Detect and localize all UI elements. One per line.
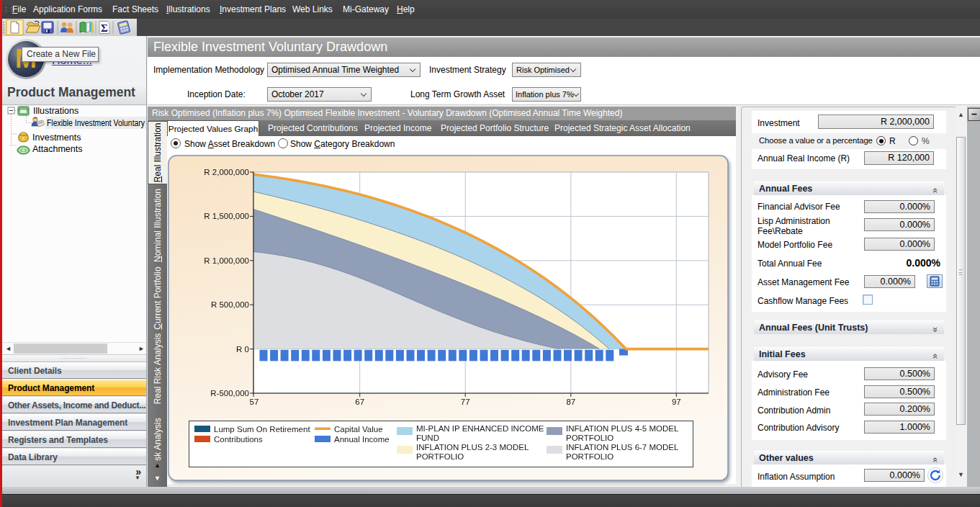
svg-text:INFLATION PLUS 6-7 MODEL: INFLATION PLUS 6-7 MODEL: [566, 443, 679, 452]
svg-text:R-500,000: R-500,000: [210, 389, 249, 398]
svg-text:INFLATION PLUS 4-5 MODEL: INFLATION PLUS 4-5 MODEL: [566, 424, 679, 433]
svg-text:R 2,000,000: R 2,000,000: [204, 168, 249, 176]
svg-text:Illustrations: Illustrations: [33, 106, 78, 116]
svg-text:R 500,000: R 500,000: [211, 300, 249, 309]
svg-text:MI-PLAN IP ENHANCED INCOME: MI-PLAN IP ENHANCED INCOME: [416, 424, 544, 433]
svg-text:87: 87: [566, 398, 575, 406]
svg-text:Attachments: Attachments: [32, 144, 82, 154]
svg-text:PORTFOLIO: PORTFOLIO: [416, 452, 464, 461]
svg-text:R 0: R 0: [236, 345, 249, 354]
svg-text:77: 77: [461, 398, 470, 406]
svg-text:PORTFOLIO: PORTFOLIO: [566, 452, 613, 461]
svg-text:Lump Sum On Retirement: Lump Sum On Retirement: [214, 425, 310, 434]
svg-text:FUND: FUND: [416, 434, 439, 442]
svg-text:Σ: Σ: [101, 22, 108, 34]
svg-text:R 1,500,000: R 1,500,000: [204, 212, 249, 220]
svg-text:PORTFOLIO: PORTFOLIO: [566, 434, 613, 442]
svg-text:Annual Income: Annual Income: [334, 435, 390, 444]
svg-text:Contributions: Contributions: [214, 435, 263, 444]
svg-text:97: 97: [672, 398, 681, 406]
svg-text:57: 57: [250, 398, 259, 406]
svg-text:Capital Value: Capital Value: [334, 425, 383, 434]
svg-text:INFLATION PLUS 2-3 MODEL: INFLATION PLUS 2-3 MODEL: [416, 443, 529, 452]
svg-text:Investments: Investments: [32, 133, 81, 143]
svg-text:R 1,000,000: R 1,000,000: [204, 256, 249, 265]
svg-text:67: 67: [355, 398, 364, 406]
svg-text:Flexible Investment Voluntary: Flexible Investment Voluntary: [47, 118, 145, 128]
